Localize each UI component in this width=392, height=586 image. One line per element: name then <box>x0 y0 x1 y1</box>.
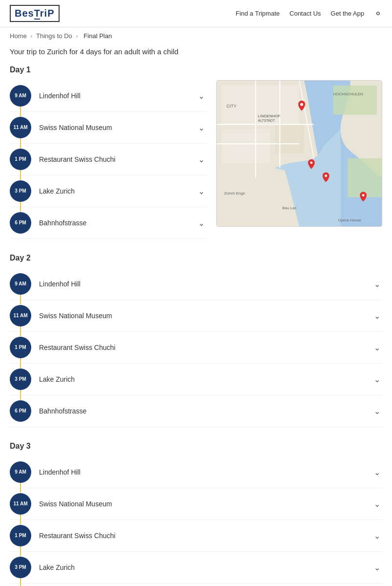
time-badge: 9 AM <box>10 85 31 107</box>
time-badge: 1 PM <box>10 149 31 170</box>
item-label: Restaurant Swiss Chuchi <box>39 155 198 163</box>
time-badge: 6 PM <box>10 400 31 422</box>
item-label: Lindenhof Hill <box>39 92 198 100</box>
time-badge: 1 PM <box>10 337 31 358</box>
user-icon[interactable]: ⚬ <box>374 8 382 20</box>
chevron-down-icon: ⌄ <box>198 91 205 101</box>
time-badge: 3 PM <box>10 369 31 390</box>
day-1-items: 9 AM Lindenhof Hill ⌄ 11 AM Swiss Nation… <box>10 80 206 239</box>
svg-point-21 <box>310 161 312 164</box>
svg-text:Zürich Enge: Zürich Enge <box>224 191 245 195</box>
time-badge: 1 PM <box>10 525 31 546</box>
logo-text: Bes <box>15 8 34 19</box>
list-item[interactable]: 9 AM Lindenhof Hill ⌄ <box>10 80 206 112</box>
time-badge: 6 PM <box>10 212 31 234</box>
chevron-down-icon: ⌄ <box>374 563 380 572</box>
time-badge: 3 PM <box>10 180 31 202</box>
list-item[interactable]: 1 PM Restaurant Swiss Chuchi ⌄ <box>10 520 382 552</box>
item-label: Restaurant Swiss Chuchi <box>39 532 374 540</box>
chevron-down-icon: ⌄ <box>198 218 205 228</box>
svg-point-19 <box>300 103 303 106</box>
item-label: Bahnhofstrasse <box>39 219 198 227</box>
item-label: Swiss National Museum <box>39 312 374 320</box>
chevron-down-icon: ⌄ <box>198 155 205 164</box>
list-item[interactable]: 6 PM Bahnhofstrasse ⌄ <box>10 584 382 586</box>
chevron-down-icon: ⌄ <box>198 123 205 132</box>
map-svg: CITY LINDENHOF ALTSTADT HOCHSCHULEN Züri… <box>217 81 382 226</box>
svg-text:LINDENHOF: LINDENHOF <box>258 114 281 118</box>
list-item[interactable]: 6 PM Bahnhofstrasse ⌄ <box>10 395 382 427</box>
list-item[interactable]: 11 AM Swiss National Museum ⌄ <box>10 112 206 144</box>
time-badge: 11 AM <box>10 493 31 515</box>
find-tripmate-link[interactable]: Find a Tripmate <box>236 10 280 17</box>
svg-text:CITY: CITY <box>227 104 236 109</box>
list-item[interactable]: 11 AM Swiss National Museum ⌄ <box>10 300 382 332</box>
chevron-down-icon: ⌄ <box>374 343 380 352</box>
svg-text:HOCHSCHULEN: HOCHSCHULEN <box>333 92 364 96</box>
item-label: Bahnhofstrasse <box>39 407 374 415</box>
list-item[interactable]: 9 AM Lindenhof Hill ⌄ <box>10 456 382 488</box>
breadcrumb-final-plan: Final Plan <box>83 32 112 40</box>
time-badge: 3 PM <box>10 557 31 578</box>
main-content: Day 1 9 AM Lindenhof Hill ⌄ 11 AM Swiss … <box>0 65 392 586</box>
svg-rect-9 <box>333 86 377 115</box>
get-app-link[interactable]: Get the App <box>330 10 364 17</box>
day-1-label: Day 1 <box>10 65 382 74</box>
day-3-label: Day 3 <box>10 442 382 451</box>
breadcrumb-home[interactable]: Home <box>10 32 27 40</box>
svg-rect-2 <box>222 129 270 163</box>
chevron-down-icon: ⌄ <box>374 280 380 289</box>
list-item[interactable]: 1 PM Restaurant Swiss Chuchi ⌄ <box>10 144 206 175</box>
list-item[interactable]: 1 PM Restaurant Swiss Chuchi ⌄ <box>10 332 382 364</box>
chevron-down-icon: ⌄ <box>374 311 380 321</box>
item-label: Lake Zurich <box>39 375 374 383</box>
list-item[interactable]: 3 PM Lake Zurich ⌄ <box>10 364 382 395</box>
chevron-down-icon: ⌄ <box>374 499 380 509</box>
svg-point-25 <box>362 194 365 196</box>
time-badge: 9 AM <box>10 461 31 483</box>
time-badge: 11 AM <box>10 117 31 138</box>
svg-point-23 <box>325 174 327 177</box>
chevron-down-icon: ⌄ <box>374 407 380 416</box>
chevron-down-icon: ⌄ <box>374 531 380 541</box>
list-item[interactable]: 9 AM Lindenhof Hill ⌄ <box>10 268 382 300</box>
item-label: Lake Zurich <box>39 187 198 195</box>
item-label: Swiss National Museum <box>39 124 198 131</box>
breadcrumb: Home › Things to Do › Final Plan <box>0 27 392 44</box>
svg-text:ALTSTADT: ALTSTADT <box>258 119 275 122</box>
main-nav: Find a Tripmate Contact Us Get the App ⚬ <box>236 8 382 20</box>
item-label: Restaurant Swiss Chuchi <box>39 344 374 351</box>
day-3-section: Day 3 9 AM Lindenhof Hill ⌄ 11 AM Swiss … <box>10 442 382 586</box>
chevron-down-icon: ⌄ <box>374 375 380 384</box>
chevron-down-icon: ⌄ <box>198 187 205 196</box>
map-container[interactable]: CITY LINDENHOF ALTSTADT HOCHSCHULEN Züri… <box>216 80 382 227</box>
list-item[interactable]: 6 PM Bahnhofstrasse ⌄ <box>10 207 206 239</box>
time-badge: 11 AM <box>10 305 31 326</box>
breadcrumb-things-to-do[interactable]: Things to Do <box>36 32 72 40</box>
item-label: Swiss National Museum <box>39 500 374 508</box>
contact-us-link[interactable]: Contact Us <box>289 10 321 17</box>
day-1-section: Day 1 9 AM Lindenhof Hill ⌄ 11 AM Swiss … <box>10 65 382 239</box>
item-label: Lake Zurich <box>39 564 374 571</box>
day-2-section: Day 2 9 AM Lindenhof Hill ⌄ 11 AM Swiss … <box>10 254 382 427</box>
item-label: Lindenhof Hill <box>39 468 374 476</box>
chevron-down-icon: ⌄ <box>374 468 380 477</box>
page-title: Your trip to Zurich for 4 days for an ad… <box>0 44 392 65</box>
svg-text:Bau Lac: Bau Lac <box>282 206 296 210</box>
list-item[interactable]: 3 PM Lake Zurich ⌄ <box>10 552 382 584</box>
list-item[interactable]: 3 PM Lake Zurich ⌄ <box>10 175 206 207</box>
day-2-label: Day 2 <box>10 254 382 262</box>
svg-rect-10 <box>348 158 382 197</box>
list-item[interactable]: 11 AM Swiss National Museum ⌄ <box>10 488 382 520</box>
item-label: Lindenhof Hill <box>39 280 374 288</box>
logo[interactable]: BesTriP <box>10 5 60 22</box>
time-badge: 9 AM <box>10 273 31 295</box>
svg-text:Opera House: Opera House <box>338 218 361 222</box>
svg-rect-3 <box>275 124 304 153</box>
